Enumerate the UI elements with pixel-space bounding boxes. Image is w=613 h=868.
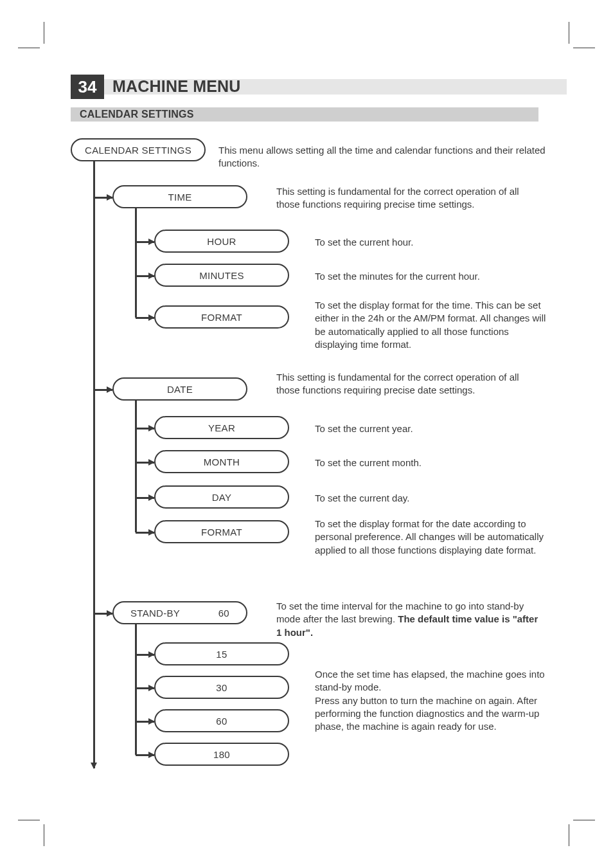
arrow-to-sb-15 <box>136 654 154 656</box>
node-year: YEAR <box>154 416 289 439</box>
arrow-to-time <box>94 197 112 199</box>
desc-day: To set the current day. <box>315 492 546 505</box>
node-day: DAY <box>154 485 289 509</box>
desc-month: To set the current month. <box>315 457 546 469</box>
standby-value: 60 <box>218 608 229 619</box>
desc-standby-options: Once the set time has elapsed, the machi… <box>315 668 546 733</box>
arrow-to-time-format <box>136 317 154 319</box>
arrow-to-date <box>94 389 112 391</box>
node-date-format: FORMAT <box>154 520 289 543</box>
node-calendar-settings: CALENDAR SETTINGS <box>71 138 206 161</box>
node-standby-15: 15 <box>154 642 289 665</box>
date-sub-trunk <box>135 401 137 532</box>
node-month: MONTH <box>154 450 289 473</box>
node-time: TIME <box>112 185 247 208</box>
arrow-to-sb-30 <box>136 687 154 689</box>
node-minutes: MINUTES <box>154 264 289 287</box>
node-standby-30: 30 <box>154 676 289 699</box>
desc-time-format: To set the display format for the time. … <box>315 299 546 351</box>
node-date: DATE <box>112 377 247 401</box>
arrow-to-sb-180 <box>136 754 154 756</box>
arrow-to-hour <box>136 241 154 243</box>
arrow-to-day <box>136 497 154 499</box>
arrow-to-standby <box>94 613 112 615</box>
arrow-to-minutes <box>136 275 154 277</box>
desc-time: This setting is fundamental for the corr… <box>276 185 540 212</box>
arrow-to-date-format <box>136 532 154 534</box>
arrow-to-month <box>136 462 154 464</box>
node-standby-60: 60 <box>154 709 289 732</box>
desc-minutes: To set the minutes for the current hour. <box>315 270 546 283</box>
trunk-line <box>93 161 95 768</box>
desc-standby: To set the time interval for the machine… <box>276 600 540 639</box>
time-sub-trunk <box>135 208 137 318</box>
section-header: CALENDAR SETTINGS <box>71 107 538 122</box>
arrow-to-year <box>136 428 154 429</box>
page-number: 34 <box>71 75 104 99</box>
desc-calendar-settings: This menu allows setting all the time an… <box>218 144 546 170</box>
node-standby: STAND-BY 60 <box>112 601 247 624</box>
arrow-to-sb-60 <box>136 721 154 723</box>
section-title: CALENDAR SETTINGS <box>80 109 194 120</box>
standby-label: STAND-BY <box>130 608 180 619</box>
node-hour: HOUR <box>154 230 289 253</box>
desc-hour: To set the current hour. <box>315 236 546 249</box>
page-title: MACHINE MENU <box>112 77 241 96</box>
desc-date-format: To set the display format for the date a… <box>315 518 546 557</box>
node-time-format: FORMAT <box>154 305 289 329</box>
desc-year: To set the current year. <box>315 422 546 435</box>
standby-sub-trunk <box>135 624 137 755</box>
node-standby-180: 180 <box>154 743 289 766</box>
desc-date: This setting is fundamental for the corr… <box>276 371 540 397</box>
